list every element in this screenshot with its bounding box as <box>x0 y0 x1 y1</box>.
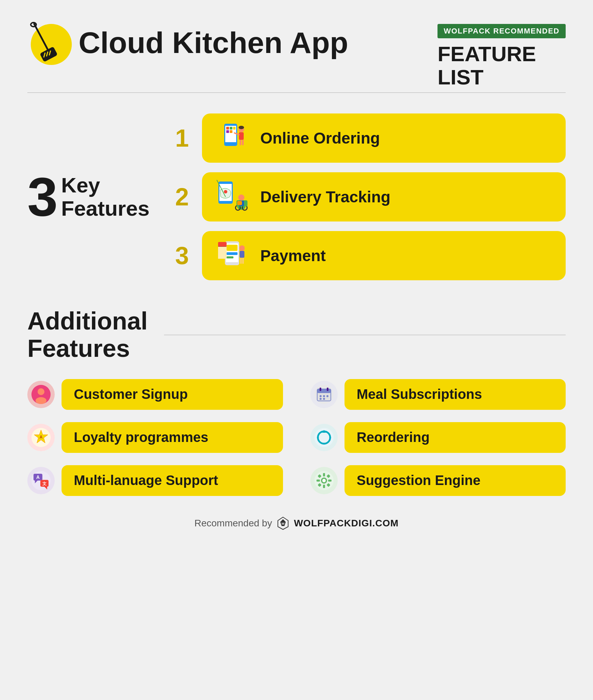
additional-divider <box>164 335 566 335</box>
additional-features-section: Additional Features Customer Signup <box>27 308 566 496</box>
svg-point-52 <box>326 395 328 397</box>
add-feature-card-meal-subscriptions: Meal Subscriptions <box>345 379 566 410</box>
header-left: Cloud Kitchen App <box>27 21 348 65</box>
feature-item-2: 2 <box>170 172 566 221</box>
add-feature-suggestion-engine: Suggestion Engine <box>310 465 566 496</box>
feature-icon-delivery-tracking <box>216 180 250 214</box>
add-feature-label-multilanguage: Multi-lanuage Support <box>74 473 218 488</box>
add-feature-label-loyalty: Loyalty programmes <box>74 430 208 445</box>
customer-signup-icon <box>27 381 55 408</box>
svg-rect-37 <box>240 258 242 264</box>
svg-rect-15 <box>240 140 241 145</box>
svg-point-18 <box>239 126 244 129</box>
svg-text:文: 文 <box>42 481 46 486</box>
header-right: WOLFPACK RECOMMENDED FEATURE LIST <box>437 24 566 89</box>
suggestion-engine-icon <box>310 467 338 494</box>
add-feature-meal-subscriptions: Meal Subscriptions <box>310 379 566 410</box>
logo-icon <box>27 21 72 65</box>
delivery-tracking-icon <box>217 180 249 214</box>
svg-point-53 <box>320 398 322 400</box>
svg-text:A: A <box>36 474 40 480</box>
add-feature-card-reordering: Reordering <box>345 422 566 453</box>
header-divider <box>27 92 566 93</box>
svg-rect-14 <box>239 132 244 140</box>
svg-point-54 <box>323 398 325 400</box>
svg-rect-70 <box>323 473 325 476</box>
key-number: 3 <box>27 170 58 224</box>
svg-point-69 <box>322 479 326 482</box>
svg-rect-41 <box>218 247 227 259</box>
svg-rect-11 <box>226 130 229 133</box>
feature-card-2: Delivery Tracking <box>202 172 566 221</box>
svg-text:W: W <box>282 522 285 525</box>
svg-rect-9 <box>230 127 232 130</box>
add-feature-label-suggestion-engine: Suggestion Engine <box>357 473 481 488</box>
svg-rect-33 <box>227 252 238 255</box>
add-feature-loyalty: A Loyalty programmes <box>27 422 283 453</box>
svg-rect-2 <box>40 46 58 62</box>
feature-icon-online-ordering <box>216 121 250 155</box>
svg-rect-73 <box>328 480 332 482</box>
svg-point-21 <box>224 190 227 193</box>
svg-rect-36 <box>240 251 244 258</box>
add-feature-card-loyalty: Loyalty programmes <box>62 422 283 453</box>
add-feature-multilanguage: A 文 Multi-lanuage Support <box>27 465 283 496</box>
footer-site: WOLFPACKDIGI.COM <box>294 518 399 529</box>
wolfpack-badge: WOLFPACK RECOMMENDED <box>437 24 566 38</box>
feature-list-title: FEATURE LIST <box>437 42 566 89</box>
svg-point-43 <box>38 388 44 395</box>
feature-card-1: Online Ordering <box>202 113 566 163</box>
svg-rect-16 <box>242 140 244 145</box>
key-features-label: 3 Key Features <box>27 170 149 224</box>
svg-line-0 <box>34 24 50 53</box>
feature-item-3: 3 <box>170 231 566 280</box>
features-list: 1 <box>170 113 566 280</box>
wolf-logo-icon: W <box>276 516 290 530</box>
additional-grid: Customer Signup <box>27 379 566 496</box>
svg-rect-10 <box>233 127 235 130</box>
add-feature-card-multilanguage: Multi-lanuage Support <box>62 465 283 496</box>
feature-label-1: Online Ordering <box>260 129 380 147</box>
feature-num-1: 1 <box>170 126 194 150</box>
svg-rect-32 <box>227 245 238 251</box>
add-feature-label-meal-subscriptions: Meal Subscriptions <box>357 387 482 402</box>
add-feature-reordering: Reordering <box>310 422 566 453</box>
spatula-icon <box>27 21 62 65</box>
svg-text:A: A <box>40 435 43 440</box>
svg-rect-72 <box>316 480 320 482</box>
svg-point-44 <box>36 397 46 404</box>
add-feature-label-reordering: Reordering <box>357 430 430 445</box>
svg-rect-29 <box>237 201 242 205</box>
svg-point-27 <box>238 194 244 201</box>
svg-point-50 <box>320 395 322 397</box>
svg-rect-39 <box>218 242 227 247</box>
header: Cloud Kitchen App WOLFPACK RECOMMENDED F… <box>27 21 566 89</box>
multilanguage-icon: A 文 <box>27 467 55 494</box>
svg-rect-38 <box>242 258 244 264</box>
add-feature-card-customer-signup: Customer Signup <box>62 379 283 410</box>
meal-subscriptions-icon <box>310 381 338 408</box>
key-features-section: 3 Key Features 1 <box>27 113 566 280</box>
svg-rect-49 <box>327 388 328 391</box>
reordering-icon <box>310 424 338 451</box>
svg-rect-47 <box>317 389 331 393</box>
loyalty-icon: A <box>27 424 55 451</box>
feature-card-3: Payment <box>202 231 566 280</box>
svg-point-51 <box>323 395 325 397</box>
add-feature-customer-signup: Customer Signup <box>27 379 283 410</box>
feature-icon-payment <box>216 239 250 273</box>
svg-rect-71 <box>323 485 325 488</box>
feature-num-3: 3 <box>170 243 194 268</box>
additional-header: Additional Features <box>27 308 566 362</box>
recommended-by-text: Recommended by <box>194 518 272 529</box>
key-features-text: Key Features <box>61 174 149 220</box>
footer: Recommended by W WOLFPACKDIGI.COM <box>27 516 566 530</box>
add-feature-label-customer-signup: Customer Signup <box>74 387 188 402</box>
svg-rect-8 <box>226 127 229 130</box>
payment-icon <box>217 239 248 273</box>
feature-label-2: Delivery Tracking <box>260 188 390 206</box>
svg-rect-12 <box>230 130 232 133</box>
svg-rect-48 <box>320 388 321 391</box>
online-ordering-icon <box>217 121 248 155</box>
feature-label-3: Payment <box>260 246 326 265</box>
